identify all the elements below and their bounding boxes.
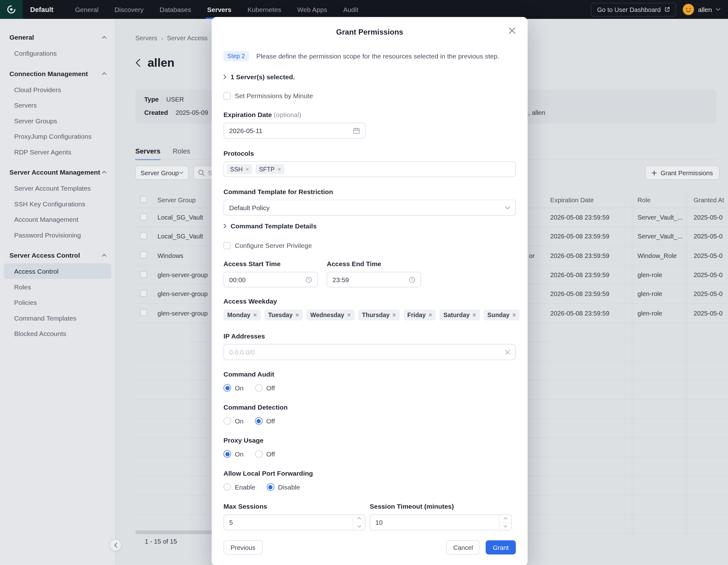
servers-selected-label: 1 Server(s) selected.	[231, 73, 295, 81]
remove-tag-icon[interactable]: ×	[472, 312, 476, 319]
session-timeout-label: Session Timeout (minutes)	[370, 503, 516, 511]
modal-title: Grant Permissions	[223, 27, 516, 37]
tag-label: Saturday	[444, 312, 470, 319]
access-weekday-label: Access Weekday	[223, 297, 516, 306]
proxy-usage-off-option[interactable]: Off	[255, 450, 275, 458]
tag-label: SSH	[230, 166, 243, 173]
number-stepper	[499, 515, 511, 530]
remove-tag-icon[interactable]: ×	[278, 166, 281, 172]
command-template-select[interactable]: Default Policy	[223, 200, 516, 216]
remove-tag-icon[interactable]: ×	[245, 166, 249, 172]
remove-tag-icon[interactable]: ×	[428, 312, 432, 319]
command-template-value: Default Policy	[229, 204, 269, 211]
clock-icon	[409, 276, 416, 283]
set-permissions-by-minute-row[interactable]: Set Permissions by Minute	[223, 91, 516, 100]
radio-label: Off	[266, 417, 275, 425]
proxy-usage-on-option[interactable]: On	[223, 450, 244, 458]
radio-label: On	[235, 417, 244, 425]
port-forwarding-enable-option[interactable]: Enable	[223, 483, 255, 491]
tag-label: Thursday	[362, 312, 390, 319]
configure-server-privilege-row[interactable]: Configure Server Privilege	[223, 241, 516, 250]
step-badge: Step 2	[223, 51, 249, 61]
weekday-tag-saturday: Saturday×	[440, 310, 480, 321]
chevron-right-icon	[223, 75, 226, 79]
optional-hint: (optional)	[274, 111, 301, 119]
tag-label: Tuesday	[268, 312, 293, 319]
command-template-details-label: Command Template Details	[231, 222, 317, 230]
port-forwarding-disable-option[interactable]: Disable	[267, 483, 300, 491]
stepper-down-icon[interactable]	[353, 522, 365, 530]
stepper-up-icon[interactable]	[499, 515, 511, 522]
command-template-details-collapsible[interactable]: Command Template Details	[223, 221, 516, 231]
set-permissions-by-minute-checkbox[interactable]	[223, 92, 231, 99]
step-description: Please define the permission scope for t…	[256, 53, 499, 60]
chevron-right-icon	[223, 224, 226, 228]
stepper-down-icon[interactable]	[499, 522, 511, 530]
proxy-usage-radio-group: On Off	[223, 450, 516, 458]
radio-label: Enable	[235, 483, 255, 491]
command-detection-radio-group: On Off	[223, 417, 516, 425]
clear-icon[interactable]	[505, 350, 510, 355]
weekday-tag-tuesday: Tuesday×	[264, 310, 303, 321]
previous-button[interactable]: Previous	[223, 540, 262, 555]
grant-permissions-modal: Grant Permissions Step 2 Please define t…	[212, 17, 528, 565]
grant-button[interactable]: Grant	[486, 540, 516, 555]
session-timeout-value: 10	[375, 519, 383, 526]
radio-icon	[223, 384, 231, 392]
radio-label: Off	[266, 384, 275, 392]
ip-addresses-field[interactable]	[229, 348, 505, 356]
radio-icon	[255, 384, 262, 392]
allow-local-port-forwarding-label: Allow Local Port Forwarding	[223, 470, 516, 478]
set-permissions-by-minute-label: Set Permissions by Minute	[235, 92, 313, 100]
port-forwarding-radio-group: Enable Disable	[223, 483, 516, 491]
configure-server-privilege-checkbox[interactable]	[223, 242, 231, 249]
stepper-up-icon[interactable]	[353, 515, 365, 522]
ip-addresses-input[interactable]	[223, 344, 516, 360]
max-sessions-label: Max Sessions	[223, 503, 370, 511]
command-audit-radio-group: On Off	[223, 384, 516, 392]
weekday-tag-sunday: Sunday×	[483, 310, 520, 321]
remove-tag-icon[interactable]: ×	[512, 312, 516, 319]
command-detection-on-option[interactable]: On	[223, 417, 244, 425]
cancel-button[interactable]: Cancel	[446, 540, 480, 555]
command-audit-on-option[interactable]: On	[223, 384, 244, 392]
radio-icon	[223, 417, 231, 425]
step-indicator-row: Step 2 Please define the permission scop…	[223, 51, 516, 61]
command-audit-off-option[interactable]: Off	[255, 384, 275, 392]
label-text: Expiration Date	[223, 111, 272, 119]
access-start-time-label: Access Start Time	[223, 260, 327, 268]
radio-label: Disable	[278, 483, 300, 491]
servers-selected-collapsible[interactable]: 1 Server(s) selected.	[223, 72, 516, 82]
calendar-icon[interactable]	[353, 127, 360, 134]
radio-icon	[255, 450, 262, 458]
radio-label: Off	[266, 450, 275, 458]
access-end-time-value: 23:59	[333, 276, 349, 284]
expiration-date-input[interactable]: 2026-05-11	[223, 123, 366, 139]
access-start-time-input[interactable]: 00:00	[223, 272, 318, 288]
weekday-tag-thursday: Thursday×	[358, 310, 400, 321]
session-timeout-input[interactable]: 10	[370, 514, 512, 530]
access-weekday-tags: Monday× Tuesday× Wednesday× Thursday× Fr…	[223, 310, 516, 321]
session-settings-row: Max Sessions 5 Session Timeout (minutes)…	[223, 503, 516, 531]
weekday-tag-friday: Friday×	[404, 310, 436, 321]
tag-label: Wednesday	[310, 312, 344, 319]
expiration-date-label: Expiration Date(optional)	[223, 111, 516, 119]
command-detection-off-option[interactable]: Off	[255, 417, 275, 425]
max-sessions-value: 5	[229, 519, 233, 526]
access-end-time-input[interactable]: 23:59	[327, 272, 421, 288]
app-stage: Default General Discovery Databases Serv…	[0, 0, 728, 565]
max-sessions-input[interactable]: 5	[223, 514, 366, 530]
radio-icon	[223, 483, 231, 491]
tag-label: Monday	[227, 312, 251, 319]
protocols-input[interactable]: SSH × SFTP ×	[223, 161, 516, 177]
remove-tag-icon[interactable]: ×	[295, 312, 299, 319]
close-icon[interactable]	[509, 27, 516, 34]
number-stepper	[353, 515, 365, 530]
remove-tag-icon[interactable]: ×	[347, 312, 350, 319]
tag-label: Friday	[407, 312, 426, 319]
weekday-tag-monday: Monday×	[223, 310, 261, 321]
command-audit-label: Command Audit	[223, 371, 516, 379]
protocol-tag-ssh: SSH ×	[227, 164, 252, 174]
remove-tag-icon[interactable]: ×	[392, 312, 396, 319]
remove-tag-icon[interactable]: ×	[253, 312, 257, 319]
